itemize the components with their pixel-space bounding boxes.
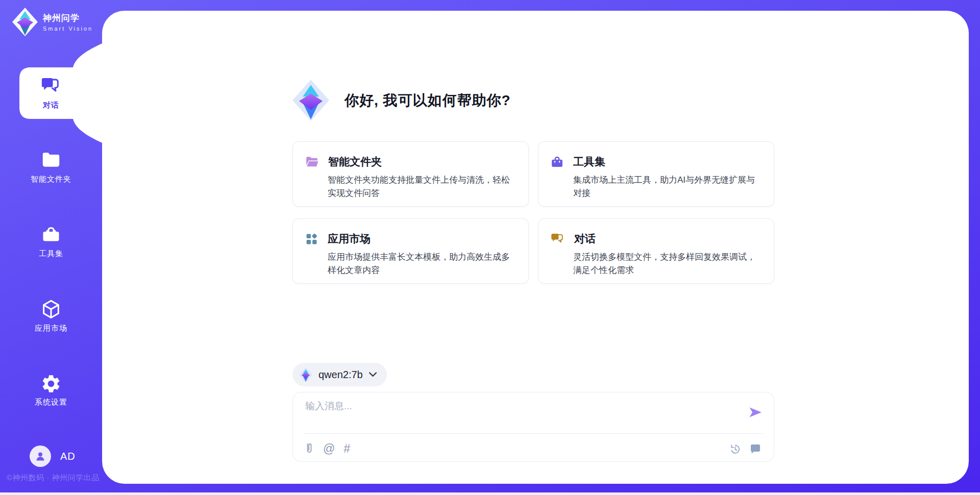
card-title: 对话 xyxy=(574,232,596,246)
gear-icon xyxy=(40,373,62,394)
send-button[interactable] xyxy=(748,405,763,419)
card-toolset[interactable]: 工具集 集成市场上主流工具，助力AI与外界无缝扩展与对接 xyxy=(538,141,774,207)
sidebar-item-market-label[interactable]: 应用市场 xyxy=(0,324,102,333)
user-name: AD xyxy=(60,451,76,462)
avatar xyxy=(30,445,51,467)
model-selector[interactable]: qwen2:7b xyxy=(292,363,387,386)
sidebar-item-chat[interactable] xyxy=(0,77,102,96)
sidebar-item-chat-label[interactable]: 对话 xyxy=(0,101,102,110)
card-smart-folder[interactable]: 智能文件夹 智能文件夹功能支持批量文件上传与清洗，轻松实现文件问答 xyxy=(292,141,529,207)
composer: @ # xyxy=(292,392,774,462)
sidebar-item-settings-label[interactable]: 系统设置 xyxy=(0,398,102,407)
sidebar-footer: ©神州数码 · 神州问学出品 xyxy=(7,473,109,483)
page-scrollbar-track[interactable] xyxy=(0,492,980,495)
attach-button[interactable] xyxy=(304,442,314,456)
folder-icon xyxy=(41,151,61,168)
send-arrow-icon xyxy=(748,405,763,419)
toolbox-icon xyxy=(41,225,61,243)
model-name: qwen2:7b xyxy=(318,369,363,381)
card-app-market[interactable]: 应用市场 应用市场提供丰富长文本模板，助力高效生成多样化文章内容 xyxy=(292,218,529,284)
chat-bubbles-icon xyxy=(41,77,61,96)
paperclip-icon xyxy=(304,442,314,456)
sidebar-item-settings[interactable] xyxy=(0,373,102,394)
folder-open-icon xyxy=(305,156,318,168)
composer-divider xyxy=(303,433,764,434)
chat-bubble-icon xyxy=(749,443,762,455)
card-desc: 集成市场上主流工具，助力AI与外界无缝扩展与对接 xyxy=(573,174,761,200)
at-sign-icon[interactable]: @ xyxy=(323,443,335,455)
card-desc: 灵活切换多模型文件，支持多样回复效果调试，满足个性化需求 xyxy=(573,251,761,277)
chat-bubbles-icon xyxy=(551,233,565,245)
composer-tools: @ # xyxy=(304,442,350,456)
model-gem-icon xyxy=(299,367,312,382)
briefcase-icon xyxy=(551,156,564,168)
sidebar-item-folders[interactable] xyxy=(0,151,102,168)
composer-actions xyxy=(729,443,762,455)
app-root: 神州问学 Smart Vision 对话 智能文件夹 工具集 xyxy=(0,0,980,495)
hash-icon[interactable]: # xyxy=(344,443,350,455)
greeting-gem-icon xyxy=(292,80,329,121)
sidebar-item-tools-label[interactable]: 工具集 xyxy=(0,249,102,259)
history-icon xyxy=(729,443,741,455)
chat-bubble-button[interactable] xyxy=(749,443,762,455)
sidebar-item-market[interactable] xyxy=(0,299,102,320)
card-chat[interactable]: 对话 灵活切换多模型文件，支持多样回复效果调试，满足个性化需求 xyxy=(538,218,774,284)
greeting: 你好, 我可以如何帮助你? xyxy=(292,80,511,121)
card-title: 智能文件夹 xyxy=(328,155,382,169)
sidebar-item-tools[interactable] xyxy=(0,225,102,243)
brand: 神州问学 Smart Vision xyxy=(12,8,93,36)
card-desc: 应用市场提供丰富长文本模板，助力高效生成多样化文章内容 xyxy=(328,251,515,277)
message-input[interactable] xyxy=(305,400,724,429)
feature-cards: 智能文件夹 智能文件夹功能支持批量文件上传与清洗，轻松实现文件问答 工具集 集成… xyxy=(292,141,774,284)
brand-gem-icon xyxy=(12,8,38,36)
app-grid-icon xyxy=(305,233,318,245)
sidebar-item-folders-label[interactable]: 智能文件夹 xyxy=(0,175,102,184)
user-profile[interactable]: AD xyxy=(30,445,76,467)
cube-icon xyxy=(41,299,61,320)
person-icon xyxy=(34,450,46,462)
history-button[interactable] xyxy=(729,443,741,455)
greeting-title: 你好, 我可以如何帮助你? xyxy=(345,91,511,110)
card-title: 应用市场 xyxy=(328,232,371,246)
brand-name: 神州问学 xyxy=(43,12,93,24)
chevron-down-icon xyxy=(369,372,377,377)
brand-subtitle: Smart Vision xyxy=(43,26,93,32)
card-title: 工具集 xyxy=(573,155,605,169)
card-desc: 智能文件夹功能支持批量文件上传与清洗，轻松实现文件问答 xyxy=(328,174,515,200)
